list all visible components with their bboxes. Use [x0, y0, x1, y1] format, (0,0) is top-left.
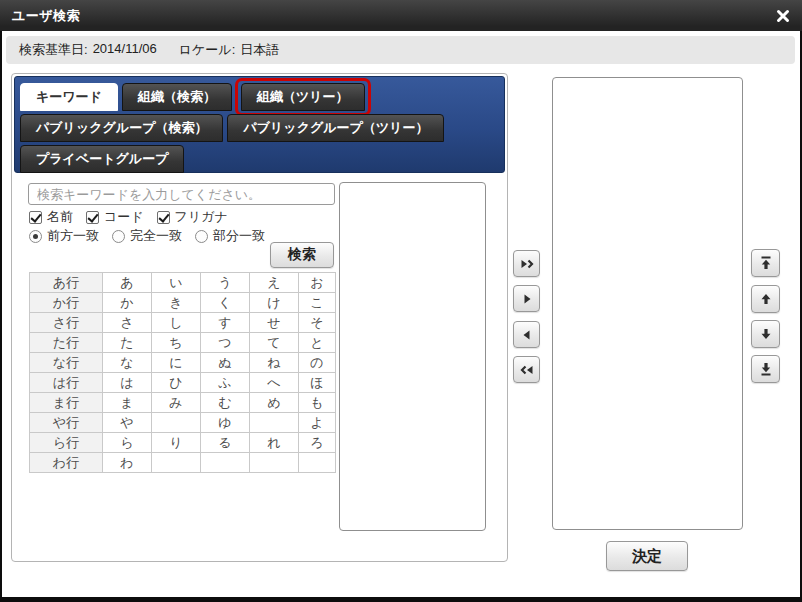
- remove-button[interactable]: [513, 321, 540, 348]
- remove-all-button[interactable]: [513, 356, 540, 383]
- search-panel: キーワード組織（検索）組織（ツリー）パブリックグループ（検索）パブリックグループ…: [11, 73, 508, 562]
- kana-row-header-cell[interactable]: や行: [30, 413, 103, 433]
- checkbox-icon[interactable]: [86, 211, 99, 224]
- kana-row-header-cell[interactable]: あ行: [30, 273, 103, 293]
- search-target-checkbox[interactable]: フリガナ: [157, 208, 228, 226]
- kana-cell[interactable]: は: [103, 373, 152, 393]
- radio-icon[interactable]: [29, 230, 42, 243]
- submit-button[interactable]: 決定: [606, 541, 688, 571]
- match-type-radio[interactable]: 部分一致: [195, 227, 265, 245]
- kana-cell[interactable]: ひ: [152, 373, 201, 393]
- kana-row-header-cell[interactable]: ら行: [30, 433, 103, 453]
- kana-cell[interactable]: ろ: [299, 433, 336, 453]
- tab-rows: キーワード組織（検索）組織（ツリー）パブリックグループ（検索）パブリックグループ…: [14, 76, 505, 173]
- kana-row: や行やゆよ: [30, 413, 336, 433]
- selected-users-listbox[interactable]: [552, 77, 743, 530]
- kana-cell[interactable]: め: [250, 393, 299, 413]
- kana-cell[interactable]: か: [103, 293, 152, 313]
- move-bottom-button[interactable]: [751, 355, 780, 383]
- kana-cell[interactable]: あ: [103, 273, 152, 293]
- kana-cell[interactable]: ふ: [201, 373, 250, 393]
- kana-cell: [250, 413, 299, 433]
- tab-item[interactable]: 組織（ツリー）: [241, 83, 365, 111]
- kana-cell[interactable]: み: [152, 393, 201, 413]
- kana-cell[interactable]: の: [299, 353, 336, 373]
- kana-row-header-cell[interactable]: さ行: [30, 313, 103, 333]
- kana-row-header-cell[interactable]: ま行: [30, 393, 103, 413]
- match-type-radio[interactable]: 完全一致: [112, 227, 182, 245]
- kana-row-header-cell[interactable]: た行: [30, 333, 103, 353]
- kana-cell: [201, 453, 250, 473]
- kana-cell[interactable]: ゆ: [201, 413, 250, 433]
- kana-row-header-cell[interactable]: か行: [30, 293, 103, 313]
- kana-cell[interactable]: る: [201, 433, 250, 453]
- kana-cell[interactable]: や: [103, 413, 152, 433]
- kana-cell[interactable]: ら: [103, 433, 152, 453]
- kana-cell[interactable]: ま: [103, 393, 152, 413]
- kana-cell[interactable]: き: [152, 293, 201, 313]
- right-arrow-icon: [519, 291, 535, 307]
- kana-cell[interactable]: も: [299, 393, 336, 413]
- tab-active[interactable]: キーワード: [20, 83, 118, 111]
- search-target-checkbox[interactable]: コード: [86, 208, 144, 226]
- kana-cell[interactable]: く: [201, 293, 250, 313]
- kana-cell[interactable]: す: [201, 313, 250, 333]
- kana-cell[interactable]: さ: [103, 313, 152, 333]
- arrow-up-icon: [758, 291, 774, 307]
- kana-row-header-cell[interactable]: わ行: [30, 453, 103, 473]
- search-target-checkbox[interactable]: 名前: [29, 208, 73, 226]
- kana-cell[interactable]: た: [103, 333, 152, 353]
- kana-cell[interactable]: こ: [299, 293, 336, 313]
- kana-cell[interactable]: て: [250, 333, 299, 353]
- radio-icon[interactable]: [195, 230, 208, 243]
- kana-cell[interactable]: と: [299, 333, 336, 353]
- checkbox-icon[interactable]: [157, 211, 170, 224]
- kana-cell[interactable]: う: [201, 273, 250, 293]
- kana-cell[interactable]: む: [201, 393, 250, 413]
- kana-cell[interactable]: せ: [250, 313, 299, 333]
- search-button[interactable]: 検索: [270, 242, 334, 268]
- arrow-to-top-icon: [758, 255, 774, 271]
- double-right-arrow-icon: [519, 256, 535, 272]
- search-results-listbox[interactable]: [339, 182, 486, 531]
- tab-highlight-box: 組織（ツリー）: [235, 78, 371, 116]
- add-button[interactable]: [513, 285, 540, 312]
- kana-cell: [250, 453, 299, 473]
- tab-item[interactable]: 組織（検索）: [122, 83, 232, 111]
- kana-cell[interactable]: お: [299, 273, 336, 293]
- add-all-button[interactable]: [513, 250, 540, 277]
- kana-cell[interactable]: に: [152, 353, 201, 373]
- kana-cell[interactable]: つ: [201, 333, 250, 353]
- kana-cell[interactable]: ほ: [299, 373, 336, 393]
- kana-cell[interactable]: ね: [250, 353, 299, 373]
- kana-cell[interactable]: し: [152, 313, 201, 333]
- kana-cell[interactable]: ぬ: [201, 353, 250, 373]
- kana-cell[interactable]: え: [250, 273, 299, 293]
- match-type-radio[interactable]: 前方一致: [29, 227, 99, 245]
- kana-row-header-cell[interactable]: は行: [30, 373, 103, 393]
- checkbox-icon[interactable]: [29, 211, 42, 224]
- double-left-arrow-icon: [519, 362, 535, 378]
- move-up-button[interactable]: [751, 285, 780, 313]
- kana-cell[interactable]: そ: [299, 313, 336, 333]
- kana-cell[interactable]: わ: [103, 453, 152, 473]
- move-down-button[interactable]: [751, 320, 780, 348]
- kana-row-header-cell[interactable]: な行: [30, 353, 103, 373]
- tab-item[interactable]: パブリックグループ（検索）: [20, 114, 223, 142]
- kana-cell[interactable]: よ: [299, 413, 336, 433]
- kana-cell[interactable]: け: [250, 293, 299, 313]
- kana-cell[interactable]: り: [152, 433, 201, 453]
- tab-item[interactable]: パブリックグループ（ツリー）: [227, 114, 444, 142]
- kana-cell[interactable]: ち: [152, 333, 201, 353]
- kana-cell[interactable]: な: [103, 353, 152, 373]
- user-search-dialog: ユーザ検索 検索基準日: 2014/11/06 ロケール: 日本語 キーワード組…: [0, 0, 802, 602]
- kana-cell[interactable]: へ: [250, 373, 299, 393]
- radio-icon[interactable]: [112, 230, 125, 243]
- kana-cell[interactable]: れ: [250, 433, 299, 453]
- dialog-title: ユーザ検索: [12, 7, 80, 25]
- tab-item[interactable]: プライベートグループ: [20, 145, 184, 173]
- move-top-button[interactable]: [751, 249, 780, 277]
- keyword-search-input[interactable]: [28, 183, 335, 205]
- close-icon[interactable]: [775, 8, 791, 24]
- kana-cell[interactable]: い: [152, 273, 201, 293]
